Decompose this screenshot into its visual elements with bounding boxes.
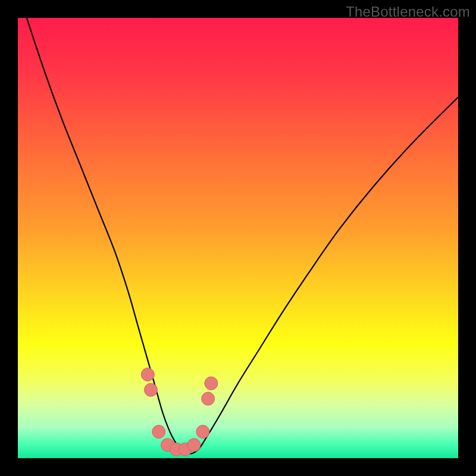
curve-marker bbox=[196, 425, 209, 439]
curve-marker bbox=[202, 392, 215, 405]
chart-frame: TheBottleneck.com bbox=[0, 0, 476, 476]
curve-marker bbox=[187, 439, 201, 452]
curve-marker bbox=[144, 383, 157, 396]
marker-group bbox=[141, 368, 218, 456]
chart-svg bbox=[18, 18, 458, 458]
curve-marker bbox=[141, 368, 154, 381]
curve-marker bbox=[152, 425, 165, 439]
plot-area bbox=[18, 18, 458, 458]
curve-marker bbox=[205, 377, 218, 390]
bottleneck-curve bbox=[27, 18, 458, 454]
